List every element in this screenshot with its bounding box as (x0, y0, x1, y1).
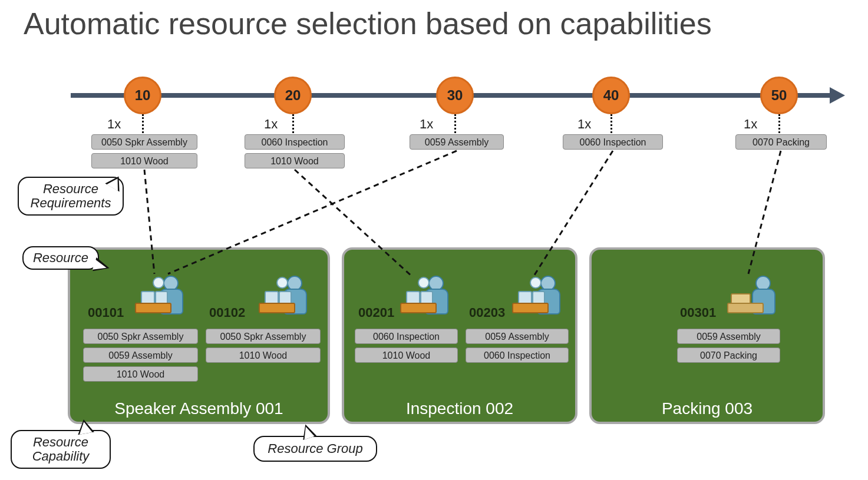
worker-icon (400, 273, 453, 320)
resource-group-title: Packing 003 (592, 399, 823, 418)
connector-stub (142, 114, 144, 133)
resource-id: 00101 (88, 305, 124, 320)
connector-stub (778, 114, 780, 133)
connector-stub (292, 114, 294, 133)
resource-group-title: Speaker Assembly 001 (70, 399, 328, 418)
step-node-10: 10 (124, 77, 161, 114)
capability-chip: 0050 Spkr Assembly (83, 329, 198, 344)
capability-chip: 0060 Inspection (466, 347, 569, 363)
requirement-chip: 0050 Spkr Assembly (91, 134, 197, 150)
timeline-arrowhead-icon (830, 87, 845, 104)
capability-chip: 0059 Assembly (466, 329, 569, 344)
capability-chip: 0050 Spkr Assembly (206, 329, 321, 344)
capability-chip: 1010 Wood (206, 347, 321, 363)
multiplier-label: 1x (577, 117, 591, 132)
multiplier-label: 1x (420, 117, 433, 132)
worker-icon (259, 273, 312, 320)
requirement-chip: 0060 Inspection (245, 134, 345, 150)
resource-id: 00203 (469, 305, 505, 320)
step-label: 10 (135, 87, 151, 104)
multiplier-label: 1x (744, 117, 757, 132)
connector-stub (454, 114, 456, 133)
worker-icon (512, 273, 565, 320)
multiplier-label: 1x (264, 117, 278, 132)
callout-resource: Resource (22, 246, 99, 270)
resource-id: 00301 (680, 305, 716, 320)
worker-icon (727, 273, 780, 320)
step-node-50: 50 (760, 77, 798, 114)
resource-id: 00201 (358, 305, 394, 320)
resource-group-box: Packing 003 00301 0059 Assembly 0070 Pac… (589, 247, 825, 424)
requirement-chip: 1010 Wood (245, 153, 345, 168)
capability-chip: 0070 Packing (677, 347, 780, 363)
diagram-stage: Automatic resource selection based on ca… (0, 0, 868, 480)
requirement-chip: 1010 Wood (91, 153, 197, 168)
capability-chip: 0059 Assembly (677, 329, 780, 344)
worker-icon (135, 273, 188, 320)
callout-resource-group: Resource Group (253, 436, 377, 462)
step-label: 30 (447, 87, 463, 104)
capability-chip: 1010 Wood (83, 366, 198, 382)
slide-title: Automatic resource selection based on ca… (24, 6, 712, 41)
resource-group-box: Inspection 002 00201 0060 Inspection 101… (342, 247, 577, 424)
step-node-30: 30 (436, 77, 474, 114)
callout-resource-capability: Resource Capability (11, 430, 111, 469)
requirement-chip: 0060 Inspection (563, 134, 663, 150)
connector-stub (610, 114, 612, 133)
step-node-20: 20 (274, 77, 312, 114)
requirement-chip: 0070 Packing (735, 134, 827, 150)
capability-chip: 1010 Wood (355, 347, 458, 363)
requirement-chip: 0059 Assembly (410, 134, 504, 150)
step-node-40: 40 (592, 77, 630, 114)
resource-id: 00102 (209, 305, 245, 320)
capability-chip: 0060 Inspection (355, 329, 458, 344)
callout-tail-icon (77, 421, 92, 435)
step-label: 40 (603, 87, 619, 104)
multiplier-label: 1x (107, 117, 121, 132)
step-label: 20 (285, 87, 301, 104)
resource-group-title: Inspection 002 (344, 399, 575, 418)
capability-chip: 0059 Assembly (83, 347, 198, 363)
step-label: 50 (771, 87, 787, 104)
